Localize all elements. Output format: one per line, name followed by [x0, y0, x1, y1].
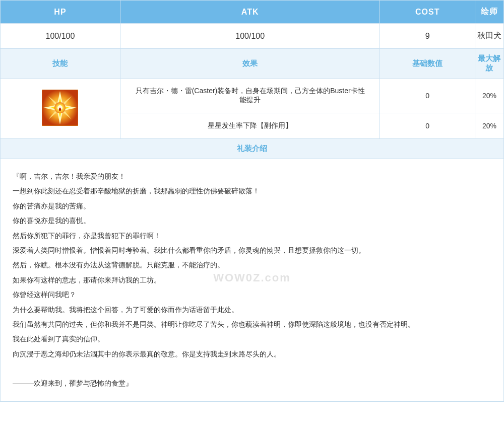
hp-value: 100/100: [1, 24, 120, 49]
costume-intro-header: 礼装介绍: [1, 139, 504, 159]
costume-intro-header-row: 礼装介绍: [1, 139, 504, 159]
painter-header: 绘师: [475, 1, 503, 24]
hp-header: HP: [1, 1, 120, 24]
max-unlock-col-header: 最大解放: [475, 49, 503, 79]
description-row: WOW0Z.com『啊，吉尔，吉尔！我亲爱的朋友！一想到你此刻还在忍受着那辛酸地…: [1, 159, 504, 402]
base-value-col-header: 基础数值: [380, 49, 475, 79]
skill-row-1: 只有吉尔・德・雷(Caster)装备时，自身在场期间，己方全体的Buster卡性…: [1, 79, 504, 113]
atk-value: 100/100: [120, 24, 380, 49]
skill-effect-1: 只有吉尔・德・雷(Caster)装备时，自身在场期间，己方全体的Buster卡性…: [120, 79, 380, 113]
description-cell: WOW0Z.com『啊，吉尔，吉尔！我亲爱的朋友！一想到你此刻还在忍受着那辛酸地…: [1, 159, 504, 402]
stats-header-row: HPATKCOST绘师: [1, 1, 504, 24]
skill-effect-2: 星星发生率下降【副作用】: [120, 113, 380, 139]
skills-header-row: 技能效果基础数值最大解放: [1, 49, 504, 79]
stats-values-row: 100/100100/1009秋田犬: [1, 24, 504, 49]
cost-value: 9: [380, 24, 475, 49]
atk-header: ATK: [120, 1, 380, 24]
skill-max-unlock-1: 20%: [475, 79, 503, 113]
effect-col-header: 效果: [120, 49, 380, 79]
cost-header: COST: [380, 1, 475, 24]
painter-value: 秋田犬: [475, 24, 503, 49]
skill-base-value-2: 0: [380, 113, 475, 139]
main-table: HPATKCOST绘师100/100100/1009秋田犬技能效果基础数值最大解…: [0, 0, 504, 402]
skill-icon-cell: [1, 79, 120, 139]
svg-rect-20: [59, 108, 61, 111]
description-text: 『啊，吉尔，吉尔！我亲爱的朋友！一想到你此刻还在忍受着那辛酸地狱的折磨，我那羸弱…: [13, 169, 491, 391]
skill-col-header: 技能: [1, 49, 120, 79]
skill-base-value-1: 0: [380, 79, 475, 113]
explosion-icon: [42, 90, 78, 126]
skill-max-unlock-2: 20%: [475, 113, 503, 139]
